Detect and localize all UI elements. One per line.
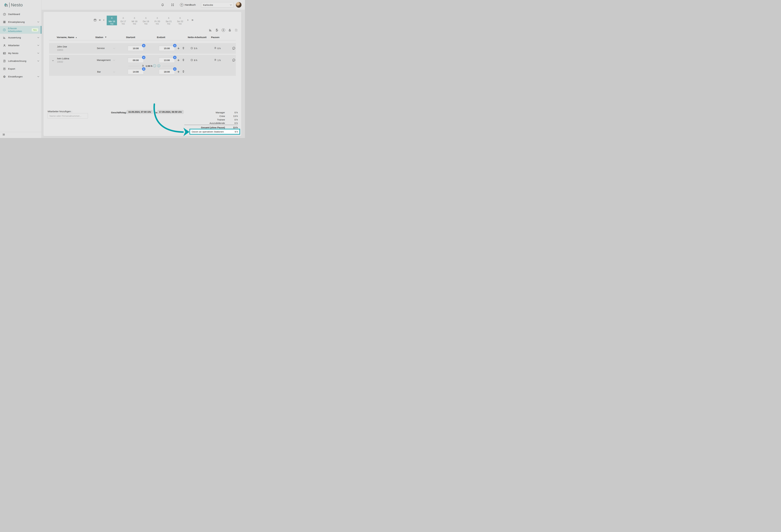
sidebar-item-auswertung[interactable]: Auswertung: [0, 34, 41, 42]
add-employee-label: Mitarbeiter hinzufügen :: [48, 110, 72, 113]
end-time-input[interactable]: [159, 69, 175, 74]
trash-icon[interactable]: [182, 70, 185, 73]
trash-icon[interactable]: [182, 58, 185, 61]
euro-icon[interactable]: €: [222, 29, 225, 32]
handbuch-link[interactable]: Handbuch: [184, 3, 196, 6]
filter-funnel-icon[interactable]: [105, 36, 107, 38]
month-label: Sep: [118, 23, 128, 25]
collapse-sidebar-icon[interactable]: [2, 133, 5, 136]
assigned-person-badge[interactable]: [142, 67, 146, 71]
end-time-input[interactable]: [159, 46, 175, 51]
expand-row-chevron-icon[interactable]: [52, 59, 54, 62]
assigned-person-badge[interactable]: [173, 67, 176, 71]
start-time-input[interactable]: [128, 69, 144, 74]
col-header-end: Endzeit: [152, 36, 170, 39]
station-select[interactable]: Management: [97, 59, 111, 61]
col-header-station[interactable]: Station: [95, 36, 107, 39]
bar-chart-icon: [2, 36, 6, 39]
business-day-from[interactable]: 16.09.2024, 07:00 Uhr: [126, 110, 153, 114]
sidebar-item-lohnabrechnung[interactable]: Lohnabrechnung: [0, 57, 41, 65]
start-time-input[interactable]: [128, 46, 144, 51]
chevron-down-icon: [37, 60, 39, 61]
sidebar-item-erfasste-arbeitszeiten[interactable]: Erfasste Arbeitszeiten Neu: [0, 26, 41, 34]
employee-name: John Doe: [57, 45, 67, 48]
export-icon: [2, 67, 6, 71]
assigned-person-badge[interactable]: [173, 56, 176, 59]
month-label: Sep: [107, 23, 117, 25]
summary-row-manager: Manager 0 h: [184, 111, 238, 114]
unlock-day-icon[interactable]: [228, 29, 232, 32]
summary-value: 0 h: [235, 111, 238, 114]
next-day-button[interactable]: ›: [187, 18, 189, 22]
last-week-button[interactable]: »: [192, 18, 193, 22]
summary-row-crew: Crew 13 h: [184, 115, 238, 118]
station-select[interactable]: Bar: [97, 71, 101, 73]
notifications-bell-icon[interactable]: [161, 3, 164, 7]
edit-document-icon[interactable]: [215, 29, 219, 32]
start-time-input[interactable]: [128, 57, 144, 63]
end-time-input[interactable]: [159, 57, 175, 63]
help-question-icon[interactable]: ?: [180, 3, 183, 7]
sidebar-item-einsatzplanung[interactable]: Einsatzplanung: [0, 18, 41, 26]
month-label: Sep: [152, 23, 162, 25]
comment-bubble-icon[interactable]: [232, 47, 236, 50]
day-tab-do19[interactable]: Do 19 Sep: [141, 15, 151, 25]
statistics-icon[interactable]: [209, 29, 212, 32]
sidebar-nav: Dashboard Einsatzplanung Erfasste Arbeit…: [0, 10, 41, 81]
station-select[interactable]: Service: [97, 47, 105, 49]
first-week-button[interactable]: «: [99, 18, 101, 22]
total-value: 13 h: [233, 126, 238, 129]
add-segment-button[interactable]: +: [177, 70, 180, 74]
col-header-netto: Netto-Arbeitszeit: [184, 36, 210, 39]
total-label: Gesamt (ohne Pause): [201, 126, 225, 129]
header-divider: [49, 40, 236, 40]
day-label: So 22: [175, 20, 185, 23]
month-label: Sep: [141, 23, 151, 25]
chevron-down-icon: [113, 47, 115, 49]
add-segment-button[interactable]: +: [177, 58, 180, 62]
pause-value: 1 h: [217, 59, 221, 61]
day-tab-so22[interactable]: So 22 Sep: [175, 15, 185, 25]
decrease-pause-button[interactable]: −: [153, 64, 156, 67]
sidebar-item-dashboard[interactable]: Dashboard: [0, 10, 41, 18]
prev-day-button[interactable]: ‹: [103, 18, 104, 22]
day-tab-mi18[interactable]: Mi 18 Sep: [129, 15, 140, 25]
user-avatar[interactable]: [236, 2, 242, 8]
day-tab-mo16[interactable]: Mo 16 Sep: [107, 15, 117, 25]
summary-label: Trainee: [217, 118, 225, 121]
unlocked-icon: [156, 17, 158, 19]
gauge-icon: [2, 13, 6, 16]
col-header-start: Startzeit: [121, 36, 140, 39]
add-segment-button[interactable]: +: [177, 46, 180, 50]
assigned-person-badge[interactable]: [142, 56, 146, 59]
save-icon[interactable]: [235, 29, 238, 32]
col-header-pausen: Pausen: [209, 36, 221, 39]
sidebar-item-export[interactable]: Export: [0, 65, 41, 73]
sidebar-item-einstellungen[interactable]: ⚙ Einstellungen: [0, 73, 41, 81]
worktime-panel: « ‹ Mo 16 Sep Di 17 Sep Mi 18 Sep: [43, 12, 241, 136]
add-employee-input[interactable]: [47, 113, 88, 119]
assigned-person-badge[interactable]: [142, 44, 146, 47]
comment-bubble-icon[interactable]: [232, 58, 236, 62]
day-tab-fr20[interactable]: Fr 20 Sep: [152, 15, 162, 25]
chevron-down-icon: [37, 21, 39, 23]
person-icon: [2, 44, 6, 47]
trash-icon[interactable]: [182, 47, 185, 49]
col-header-name[interactable]: Vorname, Name▲: [57, 36, 77, 39]
sidebar-item-my-nesto[interactable]: My Nesto: [0, 49, 41, 57]
fullscreen-icon[interactable]: [171, 3, 174, 7]
chevron-down-icon: [37, 75, 39, 77]
day-tab-di17[interactable]: Di 17 Sep: [118, 15, 128, 25]
increase-pause-button[interactable]: +: [157, 64, 160, 67]
assigned-person-badge[interactable]: [173, 44, 176, 47]
location-select[interactable]: Karlsruhe: [201, 2, 234, 7]
summary-label: Manager: [216, 111, 225, 114]
unlocked-icon: [168, 17, 170, 19]
business-day-to[interactable]: 17.09.2024, 06:59 Uhr: [157, 110, 184, 114]
location-select-value: Karlsruhe: [203, 4, 213, 6]
calendar-icon[interactable]: [93, 18, 97, 22]
sidebar-item-label: Mitarbeiter: [8, 44, 19, 47]
day-tab-sa21[interactable]: Sa 21 Sep: [164, 15, 174, 25]
sidebar-item-mitarbeiter[interactable]: Mitarbeiter: [0, 42, 41, 49]
sidebar-item-label: Einstellungen: [8, 75, 23, 78]
